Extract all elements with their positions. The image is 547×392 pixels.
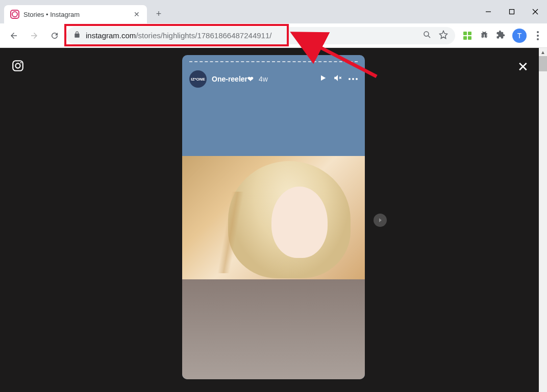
- profile-avatar[interactable]: T: [512, 29, 527, 43]
- extensions-puzzle-icon[interactable]: [496, 30, 505, 41]
- instagram-logo-icon[interactable]: [11, 59, 24, 74]
- story-card[interactable]: One-reeler Act IV Color of Youth IZ*ONE …: [182, 55, 365, 379]
- story-username[interactable]: One-reeler❤: [212, 75, 254, 83]
- story-progress-bar: [189, 61, 358, 62]
- scrollbar-thumb[interactable]: [539, 56, 547, 71]
- svg-point-9: [20, 62, 22, 64]
- extension-icons: T: [462, 28, 542, 43]
- browser-tab[interactable]: Stories • Instagram ✕: [4, 5, 147, 23]
- new-tab-button[interactable]: +: [151, 6, 166, 21]
- scroll-up-icon[interactable]: ▲: [539, 48, 547, 56]
- back-button[interactable]: [5, 27, 22, 44]
- titlebar: Stories • Instagram ✕ +: [0, 0, 547, 23]
- story-portrait: [182, 156, 365, 282]
- svg-point-4: [424, 32, 429, 36]
- story-avatar[interactable]: IZ*ONE: [189, 70, 207, 88]
- story-timestamp: 4w: [259, 75, 268, 83]
- story-controls: [319, 73, 358, 85]
- browser-menu-button[interactable]: [534, 28, 542, 43]
- address-bar-icons: [422, 30, 448, 41]
- story-header: IZ*ONE One-reeler❤ 4w: [189, 70, 358, 88]
- svg-rect-1: [510, 10, 514, 14]
- instagram-favicon: [10, 10, 19, 19]
- next-story-button[interactable]: [374, 214, 387, 227]
- story-image: One-reeler Act IV Color of Youth: [182, 156, 365, 282]
- window-controls: [477, 0, 547, 23]
- tab-close-button[interactable]: ✕: [133, 10, 141, 18]
- url-text: instagram.com/stories/highlights/1786186…: [86, 31, 271, 40]
- address-bar-wrap: instagram.com/stories/highlights/1786186…: [66, 27, 455, 44]
- forward-button[interactable]: [26, 27, 43, 44]
- story-bottom-fade: [182, 279, 365, 379]
- mute-icon[interactable]: [333, 73, 342, 85]
- page-scrollbar[interactable]: ▲: [539, 48, 547, 392]
- extension-bug-icon[interactable]: [480, 30, 489, 41]
- story-more-icon[interactable]: [349, 78, 358, 80]
- url-domain: instagram.com: [86, 31, 136, 40]
- svg-point-8: [15, 63, 20, 68]
- svg-line-5: [428, 36, 430, 38]
- maximize-button[interactable]: [500, 0, 524, 23]
- tab-title: Stories • Instagram: [23, 11, 129, 18]
- close-story-button[interactable]: ✕: [517, 59, 529, 75]
- url-path: /stories/highlights/17861866487244911/: [136, 31, 271, 40]
- bookmark-star-icon[interactable]: [439, 30, 448, 41]
- minimize-button[interactable]: [477, 0, 500, 23]
- page-content: ✕ One-reeler Act IV Color of Youth IZ*ON…: [0, 48, 547, 392]
- close-window-button[interactable]: [524, 0, 547, 23]
- extension-green-icon[interactable]: [462, 31, 473, 41]
- play-icon[interactable]: [319, 74, 327, 84]
- lock-icon: [73, 31, 81, 40]
- reload-button[interactable]: [46, 27, 63, 44]
- address-bar[interactable]: instagram.com/stories/highlights/1786186…: [66, 27, 455, 44]
- zoom-icon[interactable]: [422, 30, 432, 41]
- browser-toolbar: instagram.com/stories/highlights/1786186…: [0, 23, 547, 48]
